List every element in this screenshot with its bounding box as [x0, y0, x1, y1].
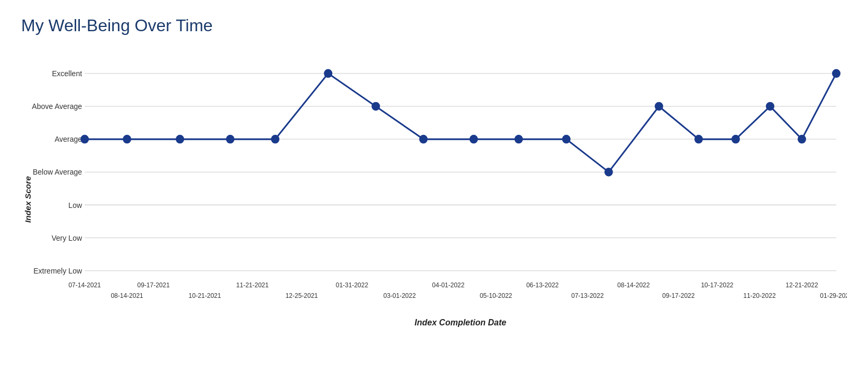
x-label-bot-3: 12-25-2021 [286, 292, 318, 299]
y-label-average: Average [54, 135, 82, 143]
data-dot-5 [271, 135, 279, 144]
x-label-bot-1: 08-14-2021 [111, 292, 143, 299]
data-dot-9 [470, 135, 478, 144]
data-dot-7 [371, 102, 380, 111]
x-label-top-5: 04-01-2022 [432, 281, 465, 289]
y-axis-label: Index Score [23, 176, 32, 223]
y-label-very-low: Very Low [51, 233, 82, 242]
main-chart-svg: Index Score Excellent Above Average Aver… [21, 46, 847, 353]
x-label-top-1: 07-14-2021 [68, 281, 101, 289]
data-dot-16 [766, 102, 774, 111]
data-dot-15 [732, 135, 740, 144]
chart-area: Index Score Excellent Above Average Aver… [21, 46, 847, 353]
x-label-top-7: 08-14-2022 [617, 281, 650, 289]
data-line [85, 74, 836, 172]
x-label-bot-6: 07-13-2022 [571, 292, 604, 299]
x-label-bot-8: 11-20-2022 [743, 292, 776, 299]
data-dot-13 [655, 102, 663, 111]
x-label-bot-2: 10-21-2021 [189, 292, 222, 299]
data-dot-18 [832, 69, 840, 78]
data-dot-12 [605, 168, 613, 177]
data-dot-6 [324, 69, 332, 78]
chart-title: My Well-Being Over Time [21, 16, 847, 35]
x-label-bot-7: 09-17-2022 [662, 292, 695, 299]
x-label-bot-5: 05-10-2022 [480, 292, 513, 299]
y-label-above-average: Above Average [32, 102, 82, 111]
data-dot-4 [226, 135, 234, 144]
x-label-top-2: 09-17-2021 [137, 281, 170, 289]
data-dot-3 [176, 135, 184, 144]
x-label-bot-4: 03-01-2022 [383, 292, 416, 299]
data-dot-14 [695, 135, 703, 144]
x-label-top-4: 01-31-2022 [336, 281, 369, 289]
x-label-bot-9: 01-29-2023 [820, 292, 847, 299]
x-label-top-9: 12-21-2022 [785, 281, 818, 289]
x-axis-label: Index Completion Date [415, 317, 506, 327]
data-dot-8 [419, 135, 427, 144]
data-dot-1 [80, 135, 89, 144]
y-label-extremely-low: Extremely Low [33, 267, 83, 275]
y-label-low: Low [68, 201, 82, 209]
y-label-excellent: Excellent [52, 69, 82, 78]
y-label-below-average: Below Average [33, 168, 82, 176]
x-label-top-8: 10-17-2022 [701, 281, 734, 289]
x-label-top-3: 11-21-2021 [236, 281, 269, 289]
data-dot-10 [515, 135, 523, 144]
data-dot-2 [123, 135, 131, 144]
chart-container: My Well-Being Over Time Index Score Exce… [0, 0, 868, 382]
data-dot-17 [798, 135, 806, 144]
data-dot-11 [562, 135, 571, 144]
x-label-top-6: 06-13-2022 [526, 281, 559, 289]
